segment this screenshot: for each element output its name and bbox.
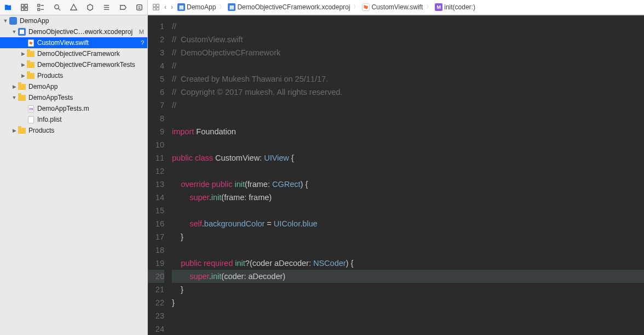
disclose-icon[interactable]: ▶ [11, 84, 18, 89]
line-number: 2 [148, 33, 164, 46]
tree-file-selected[interactable]: CustomView.swift ? [0, 37, 147, 48]
disclose-icon[interactable]: ▶ [11, 128, 18, 133]
issue-navigator-icon[interactable] [69, 3, 79, 13]
tree-folder[interactable]: ▼ DemoAppTests [0, 92, 147, 103]
crumb-project[interactable]: ▤DemoApp [175, 3, 218, 11]
line-number: 24 [148, 322, 164, 335]
chevron-icon: 〉 [219, 3, 225, 11]
tree-file[interactable]: Info.plist [0, 114, 147, 125]
folder-icon [18, 82, 26, 91]
tree-label: DemoObjectiveCFramework [37, 50, 144, 58]
code-line[interactable]: } [172, 283, 644, 296]
line-number: 14 [148, 191, 164, 204]
code-line[interactable]: import Foundation [172, 125, 644, 138]
code-line[interactable]: public class CustomView: UIView { [172, 151, 644, 164]
swift-file-icon [26, 38, 35, 47]
line-number: 4 [148, 59, 164, 72]
navigator-selector-bar [0, 0, 148, 15]
project-navigator-icon[interactable] [3, 3, 13, 13]
disclose-icon[interactable]: ▼ [11, 29, 18, 35]
tree-label: DemoObjectiveC…ework.xcodeproj [28, 28, 137, 36]
code-line[interactable]: super.init(coder: aDecoder) [172, 270, 644, 283]
tree-label: DemoApp [20, 17, 144, 25]
project-icon: ▤ [177, 3, 185, 11]
code-line[interactable]: super.init(frame: frame) [172, 191, 644, 204]
svg-line-9 [58, 8, 60, 10]
line-number: 1 [148, 20, 164, 33]
source-editor[interactable]: 123456789101112131415161718192021222324 … [148, 15, 644, 335]
crumb-label: init(coder:) [444, 3, 475, 11]
source-control-navigator-icon[interactable] [20, 3, 30, 13]
code-line[interactable] [172, 322, 644, 335]
related-items-icon[interactable] [150, 3, 162, 11]
jump-bar: ‹ › ▤DemoApp 〉 ▤DemoObjectiveCFramework.… [148, 0, 644, 15]
tree-xcodeproj[interactable]: ▼ DemoObjectiveC…ework.xcodeproj M [0, 26, 147, 37]
code-line[interactable] [172, 112, 644, 125]
code-line[interactable] [172, 164, 644, 178]
symbol-navigator-icon[interactable] [36, 3, 46, 13]
code-line[interactable]: override public init(frame: CGRect) { [172, 178, 644, 191]
code-line[interactable]: } [172, 296, 644, 309]
folder-icon [26, 71, 35, 80]
svg-rect-0 [21, 4, 24, 7]
code-line[interactable]: // Created by Mukesh Thawani on 25/11/17… [172, 72, 644, 86]
project-icon: ▤ [228, 3, 235, 11]
disclose-icon[interactable]: ▶ [20, 73, 26, 78]
code-line[interactable]: // [172, 99, 644, 112]
report-navigator-icon[interactable] [134, 3, 144, 13]
code-line[interactable] [172, 204, 644, 217]
chevron-icon: 〉 [353, 3, 359, 11]
debug-navigator-icon[interactable] [101, 3, 111, 13]
history-forward-icon[interactable]: › [169, 3, 175, 11]
tree-folder[interactable]: ▶ DemoObjectiveCFrameworkTests [0, 59, 147, 70]
disclose-icon[interactable]: ▶ [20, 62, 26, 67]
code-line[interactable]: public required init?(coder aDecoder: NS… [172, 257, 644, 270]
disclose-icon[interactable]: ▶ [20, 51, 26, 56]
toolbar-row: ‹ › ▤DemoApp 〉 ▤DemoObjectiveCFramework.… [0, 0, 644, 15]
find-navigator-icon[interactable] [53, 3, 62, 13]
objc-file-icon [26, 104, 35, 113]
code-line[interactable] [172, 138, 644, 151]
code-line[interactable]: // DemoObjectiveCFramework [172, 46, 644, 59]
project-navigator[interactable]: ▼ DemoApp ▼ DemoObjectiveC…ework.xcodepr… [0, 15, 148, 335]
line-number: 13 [148, 178, 164, 191]
crumb-symbol[interactable]: Minit(coder:) [433, 3, 478, 11]
code-line[interactable] [172, 309, 644, 322]
breakpoint-navigator-icon[interactable] [118, 3, 128, 13]
code-line[interactable]: } [172, 230, 644, 243]
disclose-icon[interactable]: ▼ [2, 18, 9, 24]
code-line[interactable]: // [172, 20, 644, 33]
tree-folder[interactable]: ▶ Products [0, 125, 147, 136]
tree-folder[interactable]: ▶ DemoApp [0, 81, 147, 92]
tree-label: Products [37, 72, 144, 80]
crumb-file[interactable]: CustomView.swift [360, 3, 425, 11]
disclose-icon[interactable]: ▼ [11, 95, 18, 100]
test-navigator-icon[interactable] [85, 3, 95, 13]
line-number: 3 [148, 46, 164, 59]
tree-label: Info.plist [37, 116, 144, 123]
history-back-icon[interactable]: ‹ [162, 3, 169, 11]
tree-label: DemoAppTests.m [37, 105, 144, 112]
code-line[interactable]: // Copyright © 2017 mukesh. All rights r… [172, 86, 644, 99]
code-line[interactable]: // [172, 59, 644, 72]
line-number: 16 [148, 217, 164, 230]
plist-file-icon [26, 115, 35, 124]
line-number: 22 [148, 296, 164, 309]
line-number: 15 [148, 204, 164, 217]
line-number: 7 [148, 99, 164, 112]
tree-folder[interactable]: ▶ Products [0, 70, 147, 81]
tree-file[interactable]: DemoAppTests.m [0, 103, 147, 114]
line-number: 12 [148, 164, 164, 178]
line-number: 20 [148, 270, 164, 283]
svg-point-8 [55, 5, 59, 9]
folder-icon [18, 93, 26, 102]
tree-folder[interactable]: ▶ DemoObjectiveCFramework [0, 48, 147, 59]
folder-icon [26, 49, 35, 58]
tree-root[interactable]: ▼ DemoApp [0, 15, 147, 26]
code-line[interactable]: // CustomView.swift [172, 33, 644, 46]
code-line[interactable]: self.backgroundColor = UIColor.blue [172, 217, 644, 230]
crumb-xcodeproj[interactable]: ▤DemoObjectiveCFramework.xcodeproj [226, 3, 352, 11]
code-line[interactable] [172, 243, 644, 257]
code-area[interactable]: //// CustomView.swift// DemoObjectiveCFr… [169, 15, 644, 335]
svg-rect-13 [136, 5, 141, 10]
